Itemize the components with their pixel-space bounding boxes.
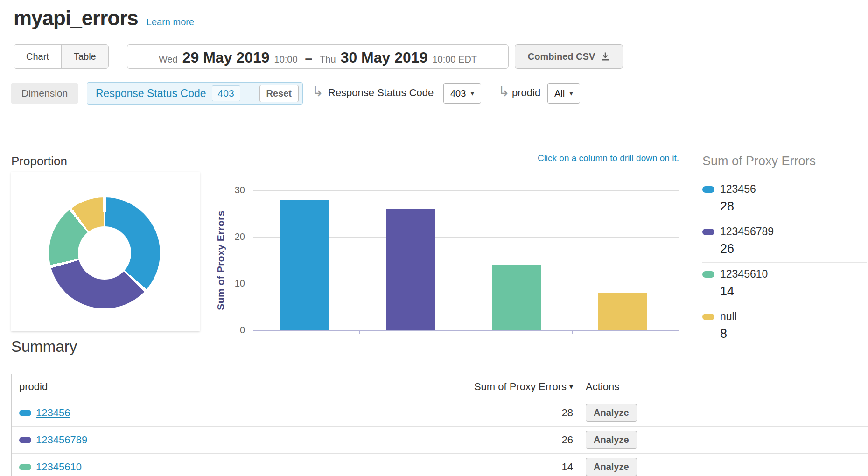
- combined-csv-button[interactable]: Combined CSV: [515, 44, 623, 69]
- donut-hole: [78, 226, 131, 280]
- proportion-title: Proportion: [11, 154, 67, 168]
- legend-title: Sum of Proxy Errors: [702, 154, 867, 168]
- drilldown-status-label: Response Status Code: [328, 87, 434, 99]
- prodid-link[interactable]: 123456: [36, 407, 70, 419]
- view-toggle: Chart Table: [14, 44, 109, 69]
- donut-chart[interactable]: [49, 197, 160, 308]
- legend-label: 123456789: [720, 225, 774, 238]
- legend-value: 28: [720, 199, 867, 214]
- analyze-button[interactable]: Analyze: [586, 458, 637, 476]
- row-swatch: [19, 464, 31, 470]
- column-header-metric[interactable]: Sum of Proxy Errors ▾: [345, 374, 579, 399]
- prodid-dropdown[interactable]: All ▾: [547, 83, 580, 104]
- column-header-metric-label: Sum of Proxy Errors: [474, 381, 567, 393]
- page-header: myapi_errors Learn more: [14, 7, 194, 30]
- table-view-button[interactable]: Table: [61, 45, 108, 68]
- metric-value: 28: [345, 399, 579, 426]
- date-separator: –: [302, 51, 315, 66]
- end-day: Thu: [320, 54, 336, 65]
- legend-value: 26: [720, 242, 867, 256]
- x-axis-tick: [572, 331, 573, 334]
- bar-12345610[interactable]: [492, 265, 541, 330]
- csv-button-label: Combined CSV: [528, 51, 595, 62]
- start-day: Wed: [159, 54, 178, 65]
- y-axis-label: Sum of Proxy Errors: [215, 210, 226, 310]
- legend-label: 12345610: [720, 268, 768, 280]
- active-filter-name: Response Status Code: [96, 87, 206, 100]
- bar-null[interactable]: [598, 293, 647, 330]
- reset-button[interactable]: Reset: [259, 85, 299, 102]
- x-axis-tick: [253, 331, 253, 334]
- page-title: myapi_errors: [14, 7, 138, 30]
- x-axis-tick: [466, 331, 466, 334]
- prodid-dropdown-value: All: [554, 88, 565, 99]
- drilldown-hint: Click on a column to drill down on it.: [538, 153, 679, 163]
- start-time: 10:00: [274, 54, 298, 65]
- row-swatch: [19, 437, 31, 443]
- sort-descending-icon: ▾: [569, 382, 573, 391]
- table-row: 123456789 26 Analyze: [12, 427, 868, 454]
- drilldown-arrow-icon: ↳: [498, 83, 510, 99]
- drilldown-arrow-icon: ↳: [312, 83, 323, 99]
- analyze-button[interactable]: Analyze: [586, 404, 637, 422]
- summary-table: prodid Sum of Proxy Errors ▾ Actions 123…: [11, 374, 868, 476]
- y-tick-10: 10: [226, 278, 245, 289]
- end-date: 30 May 2019: [341, 49, 428, 66]
- prodid-link[interactable]: 123456789: [36, 434, 87, 446]
- legend-swatch: [702, 229, 714, 235]
- y-tick-20: 20: [226, 231, 245, 242]
- legend-swatch: [702, 271, 714, 278]
- date-range-picker[interactable]: Wed 29 May 2019 10:00 – Thu 30 May 2019 …: [127, 44, 509, 69]
- y-tick-30: 30: [226, 185, 245, 196]
- legend-label: null: [720, 310, 737, 323]
- end-time: 10:00 EDT: [432, 54, 477, 65]
- table-row: 12345610 14 Analyze: [12, 454, 868, 476]
- y-tick-0: 0: [226, 325, 245, 336]
- legend-item: 12345610 14: [702, 263, 867, 305]
- legend-swatch: [702, 186, 714, 193]
- status-code-dropdown-value: 403: [450, 88, 466, 99]
- legend-value: 8: [720, 327, 867, 341]
- x-axis-tick: [679, 331, 679, 334]
- status-code-dropdown[interactable]: 403 ▾: [443, 83, 481, 104]
- analyze-button[interactable]: Analyze: [586, 431, 637, 449]
- legend-item: 123456 28: [702, 178, 867, 220]
- row-swatch: [19, 410, 31, 416]
- legend-swatch: [702, 314, 714, 320]
- prodid-link[interactable]: 12345610: [36, 461, 82, 473]
- metric-value: 26: [345, 427, 579, 453]
- column-header-prodid: prodid: [12, 374, 345, 399]
- x-axis-tick: [359, 331, 360, 334]
- start-date: 29 May 2019: [182, 49, 270, 66]
- dimension-label: Dimension: [11, 83, 78, 104]
- legend-value: 14: [720, 284, 867, 299]
- chart-legend: Sum of Proxy Errors 123456 28 123456789 …: [702, 154, 867, 347]
- bar-123456789[interactable]: [386, 209, 435, 330]
- learn-more-link[interactable]: Learn more: [147, 17, 194, 28]
- legend-item: null 8: [702, 305, 867, 347]
- legend-label: 123456: [720, 183, 756, 196]
- drilldown-prodid-label: prodid: [512, 87, 540, 99]
- active-filter-value: 403: [212, 85, 240, 101]
- bar-group: [253, 190, 679, 330]
- bar-123456[interactable]: [280, 200, 329, 330]
- metric-value: 14: [345, 454, 579, 476]
- column-header-actions: Actions: [579, 374, 868, 399]
- active-filter-pill[interactable]: Response Status Code 403 Reset: [87, 82, 303, 105]
- bar-chart: [253, 190, 679, 330]
- proportion-card: [11, 172, 200, 331]
- table-header-row: prodid Sum of Proxy Errors ▾ Actions: [12, 374, 868, 399]
- chevron-down-icon: ▾: [569, 89, 573, 98]
- legend-item: 123456789 26: [702, 220, 867, 263]
- download-icon: [601, 52, 610, 61]
- chart-view-button[interactable]: Chart: [14, 45, 61, 68]
- chevron-down-icon: ▾: [470, 89, 474, 98]
- summary-title: Summary: [11, 338, 77, 356]
- table-row: 123456 28 Analyze: [12, 399, 868, 427]
